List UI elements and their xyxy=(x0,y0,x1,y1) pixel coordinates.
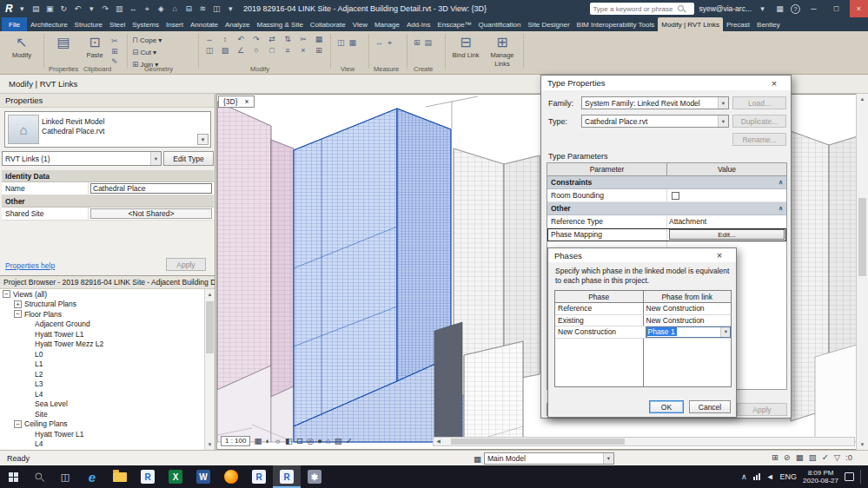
expand-icon[interactable]: − xyxy=(3,290,10,298)
type-apply-button[interactable]: Apply xyxy=(737,403,787,416)
tab-site-designer[interactable]: Site Designer xyxy=(525,17,573,31)
section-icon[interactable]: ⊟ xyxy=(182,4,195,13)
tab-massing-site[interactable]: Massing & Site xyxy=(253,17,306,31)
expand-icon[interactable]: − xyxy=(14,310,22,318)
scroll-down-icon[interactable]: ▼ xyxy=(857,439,868,450)
tab-bim-interop[interactable]: BIM Interoperability Tools xyxy=(573,17,659,31)
properties-button[interactable]: ▤ xyxy=(49,34,78,50)
constraints-icon[interactable]: ✓ xyxy=(346,436,353,445)
taskbar-app[interactable]: ✱ xyxy=(301,465,328,488)
filter-caret-icon[interactable]: ▾ xyxy=(150,152,161,165)
search-icon[interactable] xyxy=(678,5,686,13)
tab-quantification[interactable]: Quantification xyxy=(475,17,525,31)
tab-enscape[interactable]: Enscape™ xyxy=(434,17,474,31)
sun-path-icon[interactable]: ☼ xyxy=(274,436,282,445)
tool-icon[interactable]: ↶ xyxy=(235,35,247,44)
horizontal-scrollbar[interactable]: ◀ xyxy=(433,437,855,446)
taskbar-revit-2[interactable]: R xyxy=(245,465,273,488)
name-value-field[interactable]: Cathedral Place xyxy=(90,183,212,194)
measure-tool-icon[interactable]: ↔ xyxy=(375,38,383,48)
rename-button[interactable]: Rename... xyxy=(732,133,786,146)
tab-manage[interactable]: Manage xyxy=(371,17,403,31)
tab-collaborate[interactable]: Collaborate xyxy=(307,17,349,31)
scale-control[interactable]: 1 : 100 xyxy=(221,436,250,446)
tool-icon[interactable]: ↔ xyxy=(203,35,215,44)
tab-view[interactable]: View xyxy=(349,17,371,31)
hidden-icons-chevron[interactable]: ∧ xyxy=(741,472,747,481)
help-icon[interactable]: ? xyxy=(791,4,800,14)
main-model-combo[interactable]: Main Model ▾ xyxy=(484,452,614,465)
tree-item-view[interactable]: Sea Level xyxy=(0,399,204,410)
properties-apply-button[interactable]: Apply xyxy=(166,258,206,271)
phase-combo-caret-icon[interactable]: ▾ xyxy=(720,326,731,338)
collapse-icon[interactable]: ∧ xyxy=(779,179,783,186)
tree-item-view[interactable]: Hyatt Tower L1 xyxy=(0,329,204,340)
default-views-icon[interactable]: ◫ xyxy=(337,38,345,47)
tab-architecture[interactable]: Architecture xyxy=(27,17,71,31)
scroll-up-icon[interactable]: ▲ xyxy=(857,94,868,104)
sync-icon[interactable]: ↻ xyxy=(57,4,70,13)
search-input[interactable] xyxy=(593,5,676,13)
tool-icon[interactable]: □ xyxy=(266,46,278,56)
notification-center-icon[interactable] xyxy=(845,472,854,481)
tag-icon[interactable]: ◈ xyxy=(155,4,168,13)
properties-header[interactable]: Properties xyxy=(0,94,215,108)
aligned-dimension-icon[interactable]: ⌖ xyxy=(388,38,392,48)
maximize-button[interactable]: □ xyxy=(827,0,845,17)
horizontal-scroll-thumb[interactable] xyxy=(451,439,625,445)
taskbar-revit-active[interactable]: R xyxy=(273,465,301,488)
collapse-icon[interactable]: ∧ xyxy=(779,205,783,212)
reference-type-value[interactable]: Attachment xyxy=(667,215,786,228)
scroll-down-icon[interactable]: ▼ xyxy=(205,439,215,450)
manage-links-button[interactable]: ⊞ Manage Links xyxy=(485,34,520,68)
isolate-icon[interactable]: ▧ xyxy=(335,436,342,445)
tool-icon[interactable]: ✂ xyxy=(297,35,309,44)
tool-icon[interactable]: ↕ xyxy=(219,35,231,44)
press-drag-icon[interactable]: ✓ xyxy=(822,452,829,462)
tool-icon[interactable]: ⇄ xyxy=(266,35,278,44)
dialog-close-icon[interactable]: × xyxy=(764,78,785,89)
crop-view-icon[interactable]: ⊡ xyxy=(296,436,303,445)
vertical-scroll-thumb[interactable] xyxy=(858,198,866,276)
tree-item-view[interactable]: L3 xyxy=(0,379,204,390)
tool-icon[interactable]: ≡ xyxy=(282,46,294,56)
group-row-constraints[interactable]: Constraints ∧ xyxy=(547,176,786,189)
tree-item-view[interactable]: Site xyxy=(0,409,204,419)
dialog-close-icon[interactable]: × xyxy=(709,250,730,260)
tool-icon[interactable]: ⇅ xyxy=(282,35,294,44)
taskbar-word[interactable]: W xyxy=(189,465,217,488)
worksets-icon[interactable]: ⊞ xyxy=(772,452,779,462)
type-selector-dropdown-icon[interactable]: ▾ xyxy=(197,134,209,145)
redo-icon[interactable]: ↷ xyxy=(99,4,112,13)
tree-item-views[interactable]: −Views (all) xyxy=(0,289,204,300)
measure-icon[interactable]: ↔ xyxy=(127,4,140,13)
tab-file[interactable]: File xyxy=(2,17,27,31)
volume-icon[interactable]: ◄ xyxy=(766,472,774,481)
print-icon[interactable]: ▥ xyxy=(113,4,126,13)
scroll-up-icon[interactable]: ▲ xyxy=(205,289,215,300)
tree-item-floor-plans[interactable]: −Floor Plans xyxy=(0,309,204,320)
project-browser-header[interactable]: Project Browser - 2019 82916-04 LINK Sit… xyxy=(0,276,215,289)
copy-to-clipboard-icon[interactable]: ⊞ xyxy=(111,47,118,56)
tool-icon[interactable]: ◫ xyxy=(203,46,215,56)
close-button[interactable]: × xyxy=(850,0,868,17)
tree-item-view[interactable]: L2 xyxy=(0,369,204,379)
type-combo[interactable]: Cathedral Place.rvt ▾ xyxy=(581,115,729,128)
tab-insert[interactable]: Insert xyxy=(162,17,187,31)
minimize-button[interactable]: ─ xyxy=(805,0,823,17)
reveal-hidden-icon[interactable]: ● xyxy=(317,436,322,445)
create-group-icon[interactable]: ⊞ xyxy=(414,38,421,47)
task-view-button[interactable]: ◫ xyxy=(52,465,78,488)
show-desktop-button[interactable] xyxy=(860,470,861,484)
visibility-icon[interactable]: ▦ xyxy=(349,38,357,47)
tree-item-view[interactable]: L4 xyxy=(0,439,204,450)
phases-cancel-button[interactable]: Cancel xyxy=(689,400,731,413)
paste-button[interactable]: ⊡ Paste xyxy=(80,34,109,59)
group-row-other[interactable]: Other ∧ xyxy=(547,202,786,215)
tool-icon[interactable]: ∠ xyxy=(235,46,247,56)
thin-lines-icon[interactable]: ≋ xyxy=(196,4,209,13)
tree-item-view[interactable]: Hyatt Tower L1 xyxy=(0,429,204,439)
type-selector[interactable]: ⌂ Linked Revit Model Cathedral Place.rvt… xyxy=(4,111,211,148)
main-model-caret-icon[interactable]: ▾ xyxy=(603,453,613,464)
tree-item-view[interactable]: L1 xyxy=(0,359,204,370)
